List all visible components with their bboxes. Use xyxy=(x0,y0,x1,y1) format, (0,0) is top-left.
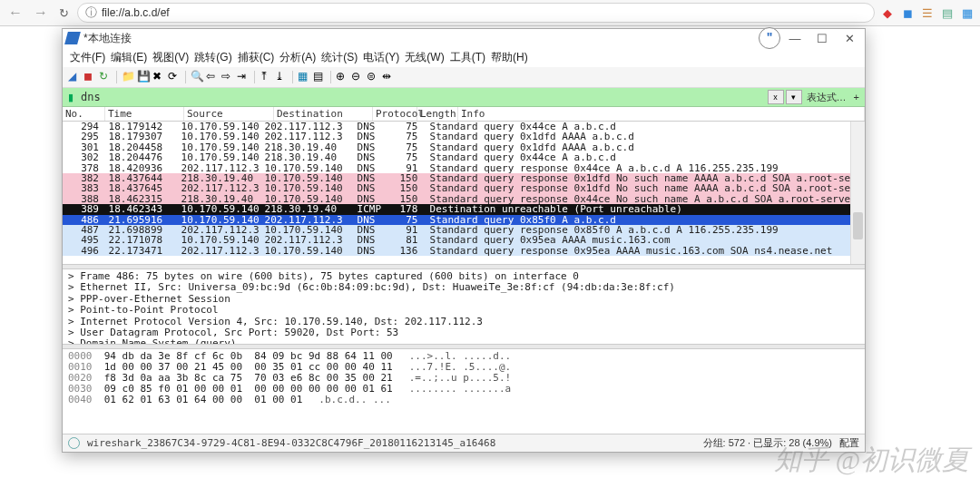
toolbar: ◢ ◼ ↻ 📁 💾 ✖ ⟳ 🔍 ⇦ ⇨ ⇥ ⤒ ⤓ ▦ ▤ ⊕ ⊖ ⊜ ⇹ xyxy=(63,67,865,88)
zoom-reset-icon[interactable]: ⊜ xyxy=(367,71,379,83)
restart-capture-icon[interactable]: ↻ xyxy=(99,71,112,83)
menu-telephony[interactable]: 电话(Y) xyxy=(361,50,401,65)
col-length[interactable]: Length xyxy=(417,107,458,121)
next-icon[interactable]: ⇨ xyxy=(221,71,234,83)
maximize-button[interactable]: ☐ xyxy=(816,32,828,45)
extension-icon[interactable]: ◼ xyxy=(900,5,915,20)
packet-row[interactable]: 378 18.420936 202.117.112.3 10.170.59.14… xyxy=(63,163,865,173)
extension-icon[interactable]: ☰ xyxy=(920,5,935,20)
packet-row[interactable]: 487 21.698899 202.117.112.3 10.170.59.14… xyxy=(63,225,865,235)
packet-row[interactable]: 495 22.171078 10.170.59.140 202.117.112.… xyxy=(63,235,865,245)
reload-icon[interactable]: ⟳ xyxy=(168,71,181,83)
minimize-button[interactable]: — xyxy=(789,32,801,45)
browser-toolbar: ← → ↻ ⓘ file://a.b.c.d/ef ◆ ◼ ☰ ▤ ▦ xyxy=(0,0,980,26)
menu-tools[interactable]: 工具(T) xyxy=(448,50,487,65)
packet-row[interactable]: 294 18.179142 10.170.59.140 202.117.112.… xyxy=(63,122,865,132)
jump-icon[interactable]: ⇥ xyxy=(237,71,250,83)
add-filter-button[interactable]: + xyxy=(851,92,862,102)
first-packet-icon[interactable]: ⤒ xyxy=(260,71,272,83)
menu-statistics[interactable]: 统计(S) xyxy=(319,50,359,65)
col-info[interactable]: Info xyxy=(458,107,865,121)
zoom-in-icon[interactable]: ⊕ xyxy=(336,71,348,83)
forward-icon[interactable]: → xyxy=(31,5,51,21)
menu-bar: 文件(F) 编辑(E) 视图(V) 跳转(G) 捕获(C) 分析(A) 统计(S… xyxy=(63,47,865,67)
extension-icon[interactable]: ▤ xyxy=(940,5,955,20)
colorize-icon[interactable]: ▤ xyxy=(313,71,326,83)
shark-fin-icon[interactable]: ◢ xyxy=(68,71,81,83)
close-file-icon[interactable]: ✖ xyxy=(152,71,165,83)
clear-filter-button[interactable]: x xyxy=(768,90,784,104)
resize-columns-icon[interactable]: ⇹ xyxy=(382,71,395,83)
apply-filter-button[interactable]: ▾ xyxy=(786,90,802,104)
close-button[interactable]: ✕ xyxy=(843,32,856,45)
menu-analyze[interactable]: 分析(A) xyxy=(278,50,318,65)
expert-info-icon[interactable] xyxy=(68,437,80,449)
info-icon: ⓘ xyxy=(85,5,97,21)
reload-icon[interactable]: ↻ xyxy=(56,6,72,20)
packet-list[interactable]: 294 18.179142 10.170.59.140 202.117.112.… xyxy=(63,122,865,264)
last-packet-icon[interactable]: ⤓ xyxy=(275,71,288,83)
menu-file[interactable]: 文件(F) xyxy=(68,50,107,65)
packet-row[interactable]: 383 18.437645 202.117.112.3 10.170.59.14… xyxy=(63,183,865,193)
menu-wireless[interactable]: 无线(W) xyxy=(403,50,446,65)
status-bar: wireshark_23867C34-9729-4C81-8E94-0332C8… xyxy=(63,434,865,452)
packet-row[interactable]: 486 21.695916 10.170.59.140 202.117.112.… xyxy=(63,215,865,225)
col-source[interactable]: Source xyxy=(184,107,274,121)
profile-label[interactable]: 配置 xyxy=(839,436,859,450)
col-no[interactable]: No. xyxy=(63,107,105,121)
packet-row[interactable]: 496 22.173471 202.117.112.3 10.170.59.14… xyxy=(63,246,865,256)
packet-row[interactable]: 388 18.462315 218.30.19.40 10.170.59.140… xyxy=(63,194,865,204)
packet-row[interactable]: 295 18.179307 10.170.59.140 202.117.112.… xyxy=(63,132,865,142)
window-title: *本地连接 xyxy=(83,31,789,46)
stop-capture-icon[interactable]: ◼ xyxy=(83,71,96,83)
menu-capture[interactable]: 捕获(C) xyxy=(236,50,277,65)
save-icon[interactable]: 💾 xyxy=(137,71,150,83)
packet-list-header: No. Time Source Destination Protocol Len… xyxy=(63,107,865,122)
packet-count: 分组: 572 · 已显示: 28 (4.9%) xyxy=(703,436,832,450)
scrollbar-vertical[interactable] xyxy=(850,122,865,264)
menu-edit[interactable]: 编辑(E) xyxy=(109,50,149,65)
wireshark-icon xyxy=(64,32,81,44)
title-bar: *本地连接 — ☐ ✕ xyxy=(63,29,865,47)
bookmark-filter-icon[interactable]: ▮ xyxy=(63,92,79,103)
find-icon[interactable]: 🔍 xyxy=(191,71,203,83)
capture-file-path: wireshark_23867C34-9729-4C81-8E94-0332C8… xyxy=(87,437,696,449)
wireshark-window: *本地连接 — ☐ ✕ 文件(F) 编辑(E) 视图(V) 跳转(G) 捕获(C… xyxy=(62,28,866,453)
extension-icon[interactable]: ▦ xyxy=(960,5,975,20)
col-destination[interactable]: Destination xyxy=(274,107,373,121)
display-filter-input[interactable] xyxy=(79,88,768,106)
prev-icon[interactable]: ⇦ xyxy=(206,71,219,83)
zoom-out-icon[interactable]: ⊖ xyxy=(351,71,364,83)
menu-help[interactable]: 帮助(H) xyxy=(489,50,530,65)
packet-details[interactable]: > Frame 486: 75 bytes on wire (600 bits)… xyxy=(63,269,865,344)
url-text: file://a.b.c.d/ef xyxy=(102,6,170,19)
display-filter-bar: ▮ x ▾ 表达式… + xyxy=(63,88,865,107)
menu-view[interactable]: 视图(V) xyxy=(151,50,191,65)
empty-area xyxy=(63,416,865,434)
col-time[interactable]: Time xyxy=(105,107,184,121)
expression-button[interactable]: 表达式… xyxy=(804,91,849,104)
packet-row[interactable]: 382 18.437644 218.30.19.40 10.170.59.140… xyxy=(63,173,865,183)
menu-go[interactable]: 跳转(G) xyxy=(192,50,233,65)
auto-scroll-icon[interactable]: ▦ xyxy=(298,71,310,83)
help-bubble-icon[interactable]: " xyxy=(759,27,780,49)
back-icon[interactable]: ← xyxy=(5,5,25,21)
col-protocol[interactable]: Protocol xyxy=(373,107,417,121)
packet-row[interactable]: 301 18.204458 10.170.59.140 218.30.19.40… xyxy=(63,142,865,152)
open-icon[interactable]: 📁 xyxy=(122,71,134,83)
packet-bytes[interactable]: 0000 94 db da 3e 8f cf 6c 0b 84 09 bc 9d… xyxy=(63,349,865,416)
packet-row[interactable]: 302 18.204476 10.170.59.140 218.30.19.40… xyxy=(63,152,865,162)
packet-row[interactable]: 389 18.462343 10.170.59.140 218.30.19.40… xyxy=(63,204,865,214)
address-bar[interactable]: ⓘ file://a.b.c.d/ef xyxy=(77,3,875,23)
extension-icon[interactable]: ◆ xyxy=(880,5,895,20)
